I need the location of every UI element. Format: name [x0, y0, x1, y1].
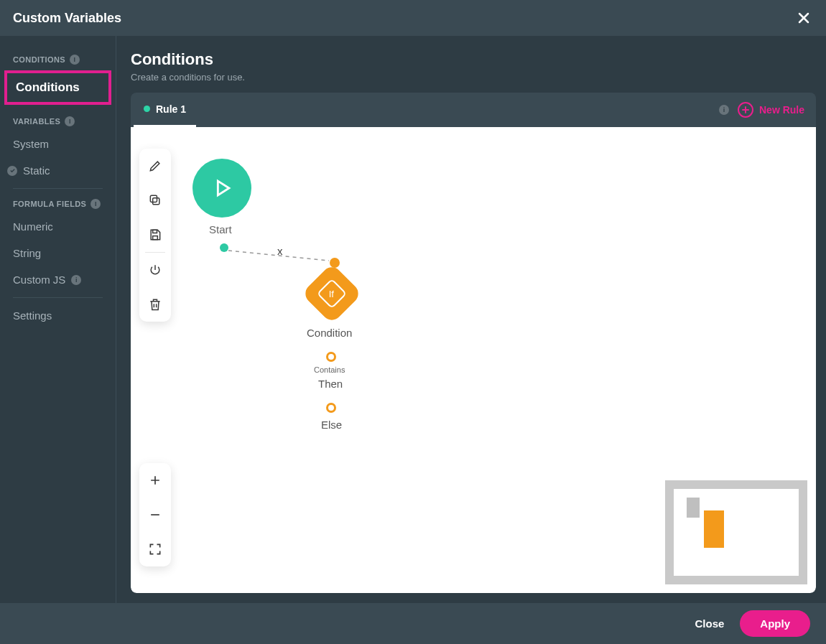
- power-button[interactable]: [139, 253, 171, 287]
- start-node[interactable]: [192, 159, 251, 218]
- node-toolbar: [139, 149, 171, 322]
- close-icon[interactable]: [794, 9, 813, 27]
- info-icon[interactable]: i: [70, 55, 80, 65]
- else-label: Else: [321, 419, 342, 431]
- sidebar-item-label: System: [13, 138, 49, 150]
- minimap[interactable]: [665, 480, 807, 584]
- divider: [13, 297, 103, 298]
- status-dot-icon: [144, 106, 150, 112]
- tab-rule-1[interactable]: Rule 1: [134, 93, 196, 127]
- svg-rect-1: [150, 195, 157, 202]
- info-icon[interactable]: i: [91, 199, 101, 209]
- edit-button[interactable]: [139, 149, 171, 183]
- sidebar-item-label: Numeric: [13, 220, 53, 233]
- sidebar-item-conditions[interactable]: Conditions: [4, 70, 111, 105]
- sidebar-item-label: Static: [23, 164, 50, 177]
- rule-panel: Rule 1 i New Rule: [131, 93, 816, 593]
- svg-rect-3: [153, 236, 158, 240]
- tab-bar: Rule 1 i New Rule: [131, 93, 816, 127]
- page-title: Conditions: [131, 50, 816, 69]
- sidebar-item-settings[interactable]: Settings: [0, 302, 116, 329]
- minimap-node-icon: [687, 498, 700, 518]
- layout: CONDITIONS i Conditions VARIABLES i Syst…: [0, 36, 826, 603]
- info-icon[interactable]: i: [719, 105, 729, 115]
- flow-canvas[interactable]: Start x If Condition Contains Then Else: [131, 127, 816, 593]
- apply-button[interactable]: Apply: [740, 610, 810, 637]
- condition-node-label: Condition: [307, 327, 352, 339]
- info-icon[interactable]: i: [65, 116, 75, 126]
- then-label: Then: [318, 378, 343, 390]
- else-port[interactable]: [326, 403, 336, 413]
- modal-title: Custom Variables: [13, 11, 121, 26]
- save-button[interactable]: [139, 218, 171, 252]
- info-icon[interactable]: i: [71, 275, 81, 285]
- sidebar-section-variables: VARIABLES i: [0, 111, 116, 131]
- new-rule-label: New Rule: [759, 104, 804, 116]
- sidebar-section-label: VARIABLES: [13, 117, 60, 126]
- minimap-node-icon: [704, 510, 724, 548]
- sidebar-item-label: String: [13, 247, 41, 259]
- svg-marker-4: [218, 181, 229, 195]
- divider: [13, 188, 103, 189]
- svg-rect-2: [153, 230, 157, 233]
- main-header: Conditions Create a conditions for use.: [131, 50, 816, 83]
- sidebar-section-conditions: CONDITIONS i: [0, 49, 116, 69]
- sidebar-item-system[interactable]: System: [0, 131, 116, 157]
- new-rule-button[interactable]: New Rule: [738, 102, 804, 118]
- footer: Close Apply: [0, 603, 826, 644]
- condition-glyph: If: [329, 288, 334, 299]
- tabbar-right: i New Rule: [719, 102, 804, 118]
- close-button[interactable]: Close: [695, 617, 724, 630]
- contains-label: Contains: [314, 365, 345, 374]
- tab-label: Rule 1: [156, 103, 186, 115]
- delete-button[interactable]: [139, 287, 171, 322]
- sidebar-item-label: Settings: [13, 309, 52, 322]
- check-icon: [7, 166, 17, 176]
- sidebar-section-formula-fields: FORMULA FIELDS i: [0, 193, 116, 213]
- output-port-icon[interactable]: [220, 243, 228, 252]
- plus-circle-icon: [738, 102, 753, 118]
- zoom-toolbar: [139, 463, 171, 566]
- sidebar-item-label: Custom JS: [13, 274, 65, 286]
- tabs: Rule 1: [134, 93, 196, 127]
- copy-button[interactable]: [139, 183, 171, 218]
- sidebar-item-custom-js[interactable]: Custom JS i: [0, 266, 116, 293]
- start-node-label: Start: [209, 223, 232, 235]
- sidebar-section-label: FORMULA FIELDS: [13, 200, 86, 208]
- condition-node[interactable]: If: [302, 263, 363, 325]
- titlebar: Custom Variables: [0, 0, 826, 36]
- zoom-in-button[interactable]: [139, 463, 171, 498]
- svg-rect-0: [153, 198, 159, 205]
- fit-screen-button[interactable]: [139, 532, 171, 566]
- sidebar-item-string[interactable]: String: [0, 240, 116, 266]
- then-port[interactable]: [326, 352, 336, 362]
- sidebar-section-label: CONDITIONS: [13, 55, 65, 64]
- sidebar-item-label: Conditions: [16, 80, 80, 95]
- sidebar: CONDITIONS i Conditions VARIABLES i Syst…: [0, 36, 116, 603]
- sidebar-item-static[interactable]: Static: [0, 157, 116, 184]
- delete-connection-icon[interactable]: x: [277, 245, 283, 257]
- minimap-viewport: [674, 489, 799, 576]
- main-panel: Conditions Create a conditions for use. …: [116, 36, 826, 603]
- sidebar-item-numeric[interactable]: Numeric: [0, 213, 116, 240]
- zoom-out-button[interactable]: [139, 498, 171, 532]
- page-subtitle: Create a conditions for use.: [131, 72, 816, 83]
